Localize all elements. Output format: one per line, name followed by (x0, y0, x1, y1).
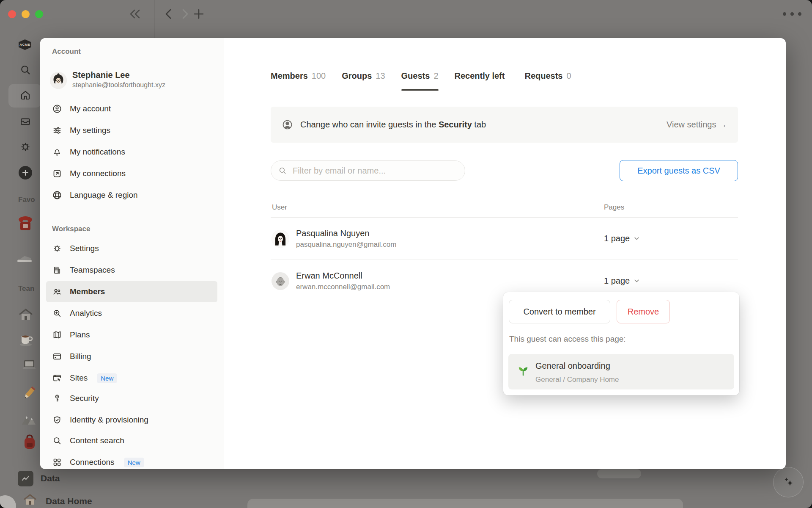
remove-guest-button[interactable]: Remove (617, 300, 670, 323)
sidebar-item-language-region[interactable]: Language & region (46, 185, 217, 206)
new-badge: New (97, 373, 117, 383)
tab-groups[interactable]: Groups13 (342, 62, 385, 90)
guest-actions-popover: Convert to member Remove This guest can … (503, 292, 739, 395)
view-settings-link[interactable]: View settings → (667, 120, 727, 130)
guest-email: erwan.mcconnell@gmail.com (296, 283, 390, 291)
map-icon (52, 330, 62, 340)
sidebar-item-identity-provisioning[interactable]: Identity & provisioning (46, 409, 217, 431)
column-header-pages: Pages (604, 203, 624, 212)
workspace-logo[interactable]: ACME (18, 39, 32, 50)
dimmed-content (247, 499, 683, 508)
popover-caption: This guest can access this page: (509, 334, 626, 344)
data-home-emoji[interactable] (23, 494, 37, 506)
search-icon[interactable] (19, 64, 32, 76)
sidebar-item-my-account[interactable]: My account (46, 98, 217, 119)
teamspaces-section-label: Tean (18, 284, 34, 293)
inbox-icon[interactable] (19, 115, 32, 128)
pages-dropdown[interactable]: 1 page (604, 276, 640, 286)
settings-modal: Account Stephanie Lee stephanie@toolsfor… (40, 38, 786, 469)
more-menu-icon[interactable] (781, 11, 803, 17)
sidebar-item-settings[interactable]: Settings (46, 238, 217, 259)
laptop-emoji[interactable] (21, 359, 37, 373)
data-page-icon[interactable] (18, 471, 33, 486)
user-email: stephanie@toolsforthought.xyz (72, 81, 165, 89)
avatar (272, 230, 289, 248)
filter-input[interactable] (292, 166, 444, 176)
seedling-icon (517, 364, 529, 377)
sidebar-item-my-settings[interactable]: My settings (46, 120, 217, 141)
sidebar-item-connections[interactable]: Connections New (46, 452, 217, 469)
help-button[interactable] (0, 495, 16, 508)
banner-message: Change who can invite guests in the Secu… (300, 120, 486, 130)
guest-filter (271, 160, 465, 181)
user-name: Stephanie Lee (72, 70, 130, 80)
magnifier-plus-icon (52, 308, 62, 318)
dimmed-content (597, 469, 641, 478)
settings-sidebar: Account Stephanie Lee stephanie@toolsfor… (40, 38, 224, 469)
sidebar-item-teamspaces[interactable]: Teamspaces (46, 260, 217, 281)
credit-card-icon (52, 351, 62, 362)
tab-recently-left[interactable]: Recently left (455, 62, 509, 90)
coffee-emoji[interactable] (19, 333, 33, 346)
guest-name: Pasqualina Nguyen (296, 229, 396, 238)
close-window-button[interactable] (8, 10, 16, 18)
sidebar-item-plans[interactable]: Plans (46, 324, 217, 345)
forward-icon[interactable] (180, 8, 189, 19)
tab-members[interactable]: Members100 (271, 62, 326, 90)
tab-guests[interactable]: Guests2 (401, 62, 439, 90)
sidebar-item-sites[interactable]: Sites New (46, 367, 217, 389)
favorites-section-label: Favo (18, 196, 35, 204)
accessible-page-item[interactable]: General onboarding General / Company Hom… (508, 354, 734, 389)
tab-requests[interactable]: Requests0 (524, 62, 571, 90)
new-tab-icon[interactable] (193, 8, 205, 20)
arrow-out-box-icon (52, 168, 62, 179)
key-icon (52, 393, 62, 403)
account-section-label: Account (52, 47, 81, 56)
zoom-window-button[interactable] (35, 10, 43, 18)
collapse-sidebar-icon[interactable] (128, 8, 142, 20)
export-guests-button[interactable]: Export guests as CSV (620, 160, 738, 181)
sliders-icon (52, 125, 62, 135)
magnifier-icon (52, 436, 62, 446)
sidebar-item-my-notifications[interactable]: My notifications (46, 141, 217, 163)
avatar (272, 272, 289, 290)
shield-check-icon (52, 415, 62, 425)
sidebar-item-members[interactable]: Members (46, 281, 217, 302)
phone-emoji[interactable] (17, 214, 34, 232)
convert-to-member-button[interactable]: Convert to member (509, 300, 610, 323)
backpack-emoji[interactable] (23, 434, 36, 450)
sidebar-item-analytics[interactable]: Analytics (46, 303, 217, 324)
pencil-emoji[interactable] (22, 385, 36, 401)
pages-dropdown[interactable]: 1 page (604, 234, 640, 243)
sidebar-item-data-home[interactable]: Data Home (46, 496, 92, 506)
sidebar-item-billing[interactable]: Billing (46, 346, 217, 367)
page-path: General / Company Home (535, 375, 619, 384)
settings-gear-icon[interactable] (19, 141, 32, 153)
gear-icon (52, 243, 62, 254)
minimize-window-button[interactable] (22, 10, 30, 18)
chevron-down-icon (634, 235, 640, 242)
plus-icon (22, 169, 29, 176)
home-icon[interactable] (19, 89, 32, 102)
members-people-icon (52, 287, 62, 297)
sidebar-item-content-search[interactable]: Content search (46, 430, 217, 451)
sidebar-item-security[interactable]: Security (46, 388, 217, 409)
guest-name: Erwan McConnell (296, 271, 390, 281)
ai-assistant-button[interactable] (773, 467, 804, 497)
sidebar-item-data[interactable]: Data (41, 473, 60, 483)
globe-icon (52, 190, 62, 200)
browser-cursor-icon (52, 373, 62, 383)
sidebar-item-my-connections[interactable]: My connections (46, 163, 217, 184)
invite-guests-banner: Change who can invite guests in the Secu… (271, 107, 738, 143)
new-page-button[interactable] (19, 166, 32, 179)
new-badge: New (124, 458, 144, 467)
chevron-down-icon (634, 278, 640, 284)
person-circle-icon (282, 119, 293, 130)
mountain-emoji[interactable] (21, 413, 36, 425)
teamspace-home-icon[interactable] (19, 308, 33, 322)
back-icon[interactable] (164, 8, 173, 19)
avatar (50, 72, 67, 89)
workspace-section-label: Workspace (52, 225, 90, 233)
grid-icon (52, 457, 62, 467)
sneaker-emoji[interactable] (16, 249, 34, 263)
